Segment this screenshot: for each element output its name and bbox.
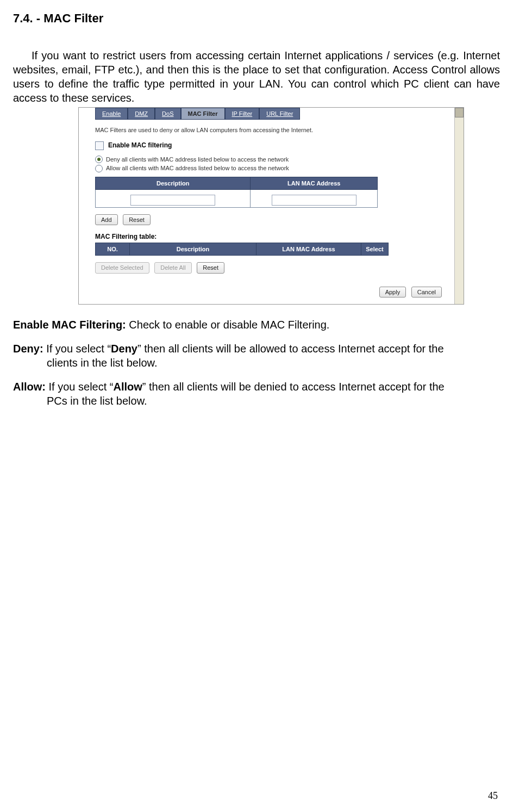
apply-button[interactable]: Apply [379,287,406,297]
term-enable: Enable MAC Filtering: [13,319,126,331]
mac-filter-table: NO. Description LAN MAC Address Select [95,243,389,256]
col-description: Description [96,177,251,189]
delete-all-button[interactable]: Delete All [154,262,191,273]
definition-allow: Allow: If you select “Allow” then all cl… [13,380,500,408]
tab-mac-filter[interactable]: MAC Filter [181,108,225,120]
filter-table-title: MAC Filtering table: [95,233,455,241]
radio-deny[interactable] [95,156,103,163]
tab-ip-filter[interactable]: IP Filter [225,108,260,120]
tab-url-filter[interactable]: URL Filter [259,108,300,120]
term-deny: Deny: [13,343,43,355]
tab-dmz[interactable]: DMZ [128,108,155,120]
tab-enable[interactable]: Enable [95,108,128,120]
definition-enable: Enable MAC Filtering: Check to enable or… [13,318,500,332]
router-config-screenshot: Enable DMZ DoS MAC Filter IP Filter URL … [78,107,464,305]
lan-mac-input[interactable] [272,195,356,206]
filter-description: MAC Filters are used to deny or allow LA… [95,126,455,134]
col-lan-mac: LAN MAC Address [251,177,378,189]
description-input[interactable] [130,195,215,206]
reset2-button[interactable]: Reset [197,262,224,273]
radio-allow[interactable] [95,165,103,172]
radio-allow-label: Allow all clients with MAC address liste… [106,164,289,172]
intro-paragraph: If you want to restrict users from acces… [13,48,500,105]
scrollbar[interactable] [454,108,464,304]
enable-mac-filtering-label: Enable MAC filtering [108,141,172,150]
tab-dos[interactable]: DoS [155,108,180,120]
definition-deny: Deny: If you select “Deny” then all clie… [13,342,500,370]
col-select: Select [361,243,389,255]
mac-input-table: Description LAN MAC Address [95,177,378,208]
col-desc2: Description [130,243,256,255]
tab-bar: Enable DMZ DoS MAC Filter IP Filter URL … [95,108,455,120]
radio-deny-label: Deny all clients with MAC address listed… [106,156,289,163]
cancel-button[interactable]: Cancel [411,287,442,297]
add-button[interactable]: Add [95,214,118,225]
section-heading: 7.4. - MAC Filter [13,11,500,27]
enable-mac-filtering-checkbox[interactable] [95,141,104,150]
term-allow: Allow: [13,381,46,393]
col-mac2: LAN MAC Address [256,243,361,255]
scrollbar-thumb[interactable] [455,108,464,117]
delete-selected-button[interactable]: Delete Selected [95,262,149,273]
reset-button[interactable]: Reset [123,214,151,225]
col-no: NO. [96,243,130,255]
